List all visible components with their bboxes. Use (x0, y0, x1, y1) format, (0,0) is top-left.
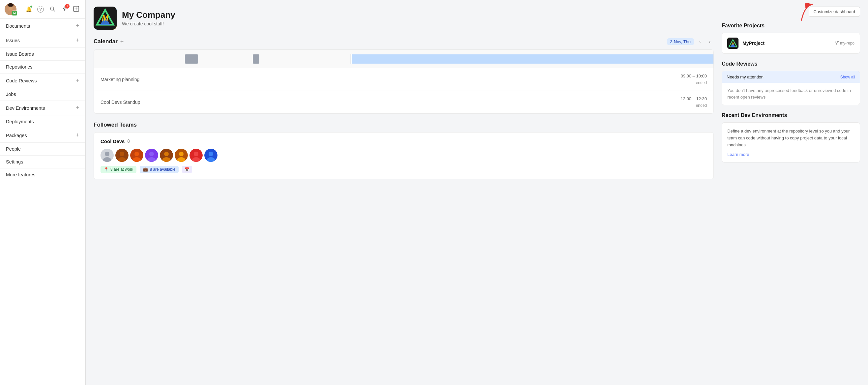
sidebar-item-add-icon[interactable]: + (76, 37, 80, 44)
search-icon (50, 6, 55, 12)
sidebar-item-add-icon[interactable]: + (76, 132, 80, 139)
calendar-stat[interactable]: 📅 (182, 166, 192, 173)
team-avatars (100, 149, 707, 162)
sidebar-item-documents[interactable]: Documents+ (0, 19, 85, 33)
event-status: ended (681, 102, 707, 109)
event-time: 09:00 – 10:00ended (681, 73, 707, 86)
calendar-stat-icon: 📅 (185, 167, 189, 172)
next-date-button[interactable]: › (706, 37, 714, 46)
notification-dot (30, 5, 33, 8)
dev-env-description: Define a dev environment at the reposito… (727, 128, 855, 148)
svg-point-34 (194, 152, 198, 156)
code-reviews-title: Code Reviews (722, 61, 860, 67)
content-area: M My Company We create cool stuff! Calen… (86, 0, 868, 385)
project-logo: M (727, 37, 739, 49)
current-date: 3 Nov, Thu (667, 38, 694, 45)
search-button[interactable] (48, 5, 57, 14)
avatar-container[interactable]: M (5, 3, 17, 15)
sidebar-item-add-icon[interactable]: + (76, 105, 80, 111)
main-content: M My Company We create cool stuff! Calen… (86, 0, 868, 385)
svg-line-47 (835, 42, 837, 43)
date-navigation: 3 Nov, Thu ‹ › (667, 37, 714, 46)
team-count: 8 (127, 139, 130, 144)
sidebar-item-label: Issue Boards (6, 52, 34, 57)
work-stat: 📍 8 are at work (100, 166, 136, 173)
available-stat: 💼 8 are available (140, 166, 179, 173)
learn-more-link[interactable]: Learn more (727, 152, 749, 157)
favorite-projects-section: Favorite Projects M MyProject (722, 23, 860, 54)
code-reviews-card: Needs my attention Show all You don't ha… (722, 71, 860, 105)
team-member-avatar (145, 149, 158, 162)
pin-icon: 📍 (104, 167, 109, 172)
team-card: Cool Devs 8 (94, 132, 714, 179)
calendar-add-button[interactable]: + (120, 38, 124, 45)
sidebar-icons: 🔔 ? 1 (24, 5, 81, 14)
svg-line-6 (53, 10, 55, 11)
sidebar-item-dev-environments[interactable]: Dev Environments+ (0, 101, 85, 115)
prev-date-button[interactable]: ‹ (696, 37, 704, 46)
sidebar-item-deployments[interactable]: Deployments (0, 115, 85, 128)
sidebar-item-issues[interactable]: Issues+ (0, 33, 85, 48)
add-button[interactable] (71, 5, 81, 14)
notifications-button[interactable]: 🔔 (24, 5, 33, 14)
sidebar-item-label: Issues (6, 38, 20, 43)
sidebar-item-label: Documents (6, 23, 30, 29)
show-all-button[interactable]: Show all (840, 75, 855, 80)
event-name: Cool Devs Standup (100, 99, 141, 105)
svg-text:M: M (102, 13, 109, 22)
code-reviews-empty-message: You don't have any unprocessed feedback … (722, 83, 860, 105)
svg-point-37 (209, 152, 213, 156)
svg-point-22 (134, 152, 139, 156)
event-status: ended (681, 80, 707, 86)
team-header: Cool Devs 8 (100, 139, 707, 144)
calendar-events: Marketing planning09:00 – 10:00endedCool… (94, 68, 713, 113)
sidebar-item-issue-boards[interactable]: Issue Boards (0, 48, 85, 61)
team-member-avatar (115, 149, 128, 162)
team-name: Cool Devs (100, 139, 125, 144)
company-logo: M (94, 7, 117, 30)
sidebar-item-jobs[interactable]: Jobs (0, 88, 85, 101)
left-column: M My Company We create cool stuff! Calen… (94, 7, 714, 378)
svg-rect-4 (7, 3, 13, 7)
sidebar-item-label: People (6, 146, 21, 152)
svg-point-28 (164, 152, 169, 156)
help-button[interactable]: ? (36, 5, 45, 14)
code-reviews-tab[interactable]: Needs my attention (726, 75, 764, 80)
sidebar-item-more-features[interactable]: More features (0, 169, 85, 181)
team-member-avatar (189, 149, 203, 162)
svg-point-46 (836, 43, 837, 45)
company-info: My Company We create cool stuff! (122, 10, 175, 26)
activity-button[interactable]: 1 (60, 5, 69, 14)
project-repo: my-repo (835, 41, 855, 46)
sidebar-item-packages[interactable]: Packages+ (0, 128, 85, 143)
available-stat-label: 8 are available (150, 167, 175, 172)
code-reviews-section: Code Reviews Needs my attention Show all… (722, 61, 860, 105)
teams-header: Followed Teams (94, 122, 714, 128)
sidebar-item-code-reviews[interactable]: Code Reviews+ (0, 73, 85, 88)
sidebar-item-repositories[interactable]: Repositories (0, 61, 85, 73)
team-member-avatar (175, 149, 188, 162)
company-header: M My Company We create cool stuff! (94, 7, 714, 30)
company-name: My Company (122, 10, 175, 20)
repo-name: my-repo (840, 41, 855, 46)
dev-environments-card: Define a dev environment at the reposito… (722, 122, 860, 162)
calendar-event: Cool Devs Standup12:00 – 12:30ended (94, 91, 713, 113)
svg-point-44 (835, 41, 836, 42)
red-arrow-decoration (795, 1, 820, 26)
team-member-avatar (160, 149, 173, 162)
svg-line-48 (837, 42, 838, 43)
company-tagline: We create cool stuff! (122, 21, 175, 26)
sidebar-item-people[interactable]: People (0, 143, 85, 155)
sidebar-item-add-icon[interactable]: + (76, 22, 80, 29)
team-member-avatar (130, 149, 143, 162)
sidebar-item-add-icon[interactable]: + (76, 77, 80, 84)
plus-circle-icon (73, 6, 79, 13)
question-icon: ? (37, 6, 44, 12)
sidebar-item-settings[interactable]: Settings (0, 155, 85, 169)
teams-title: Followed Teams (94, 122, 137, 128)
calendar-header: Calendar + 3 Nov, Thu ‹ › (94, 37, 714, 46)
event-name: Marketing planning (100, 77, 140, 82)
project-card: M MyProject (722, 33, 860, 54)
sidebar-item-label: Deployments (6, 119, 34, 124)
sidebar-item-label: Repositories (6, 64, 33, 69)
